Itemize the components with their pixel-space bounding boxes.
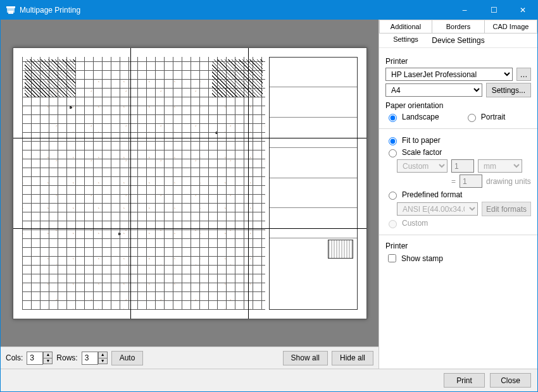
edit-formats-button: Edit formats: [482, 202, 531, 216]
tab-additional-settings[interactable]: Additional Settings: [379, 20, 432, 33]
rows-label: Rows:: [56, 353, 77, 362]
drawing-units-label: drawing units: [486, 177, 531, 186]
minimize-button[interactable]: –: [450, 1, 479, 20]
show-all-button[interactable]: Show all: [283, 351, 328, 365]
cols-input[interactable]: [27, 352, 43, 365]
scale-units-select: mm: [478, 159, 522, 173]
cols-stepper[interactable]: ▲▼: [27, 352, 53, 365]
equals-label: =: [451, 177, 456, 186]
rows-down-icon[interactable]: ▼: [98, 358, 108, 364]
rows-input[interactable]: [82, 352, 98, 365]
printer-browse-button[interactable]: …: [516, 68, 531, 81]
preview-pane: Cols: ▲▼ Rows: ▲▼ Auto Show all Hide all: [1, 20, 379, 369]
drawing-titleblock: [269, 57, 358, 310]
dialog-footer: Print Close: [1, 369, 537, 391]
svg-rect-2: [8, 11, 13, 14]
orientation-landscape-radio[interactable]: Landscape: [385, 112, 439, 122]
printer-select[interactable]: HP LaserJet Professional: [385, 68, 513, 81]
titlebar: Multipage Printing – ☐ ✕: [1, 1, 537, 20]
orientation-section-label: Paper orientation: [385, 101, 531, 110]
hide-all-button[interactable]: Hide all: [332, 351, 373, 365]
printer-settings-button[interactable]: Settings...: [486, 83, 531, 97]
preview-footer: Cols: ▲▼ Rows: ▲▼ Auto Show all Hide all: [1, 346, 378, 369]
stamp-section-label: Printer: [385, 242, 531, 250]
orientation-portrait-radio[interactable]: Portrait: [465, 112, 506, 122]
print-button[interactable]: Print: [444, 373, 485, 388]
close-dialog-button[interactable]: Close: [490, 373, 531, 388]
maximize-button[interactable]: ☐: [479, 1, 508, 20]
close-button[interactable]: ✕: [508, 1, 537, 20]
printer-section-label: Printer: [385, 57, 531, 66]
settings-pane: Additional Settings Borders CAD Image De…: [379, 20, 537, 369]
window-title: Multipage Printing: [20, 6, 450, 15]
paper-size-select[interactable]: A4: [385, 83, 482, 97]
custom-size-radio: Custom: [385, 218, 428, 228]
fit-to-paper-radio[interactable]: Fit to paper: [385, 135, 441, 145]
auto-button[interactable]: Auto: [111, 351, 144, 365]
preview-page: [13, 47, 367, 319]
cols-label: Cols:: [6, 353, 23, 362]
app-icon: [6, 5, 16, 15]
svg-rect-1: [6, 6, 15, 8]
predefined-format-radio[interactable]: Predefined format: [385, 190, 462, 200]
rows-up-icon[interactable]: ▲: [98, 352, 108, 358]
scale-factor-radio[interactable]: Scale factor: [385, 147, 442, 157]
scale-value-2-input: [460, 175, 482, 188]
cols-up-icon[interactable]: ▲: [43, 352, 53, 358]
scale-mode-select: Custom: [397, 159, 447, 173]
device-settings-heading: Device Settings: [379, 34, 537, 48]
scale-value-1-input: [451, 159, 474, 173]
show-stamp-checkbox[interactable]: Show stamp: [385, 252, 443, 264]
predefined-format-select: ANSI E(44.00x34.00 Inches): [397, 202, 478, 216]
rows-stepper[interactable]: ▲▼: [82, 352, 108, 365]
preview-area[interactable]: [1, 20, 378, 346]
tab-cad-image[interactable]: CAD Image: [485, 20, 537, 33]
cols-down-icon[interactable]: ▼: [43, 358, 53, 364]
tabs: Additional Settings Borders CAD Image: [379, 20, 537, 34]
tab-borders[interactable]: Borders: [432, 20, 485, 33]
